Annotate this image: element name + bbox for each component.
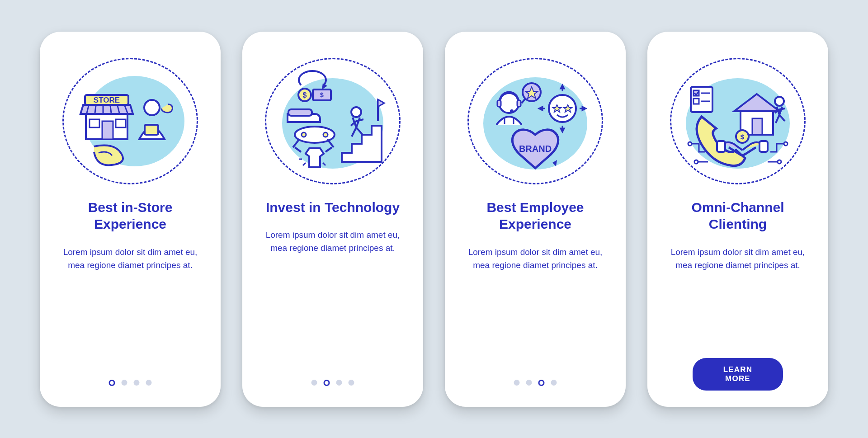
screen-description: Lorem ipsum dolor sit dim amet eu, mea r… (461, 245, 609, 272)
svg-point-64 (688, 142, 692, 146)
pager-dot[interactable] (134, 380, 140, 386)
pager-dots (109, 380, 152, 386)
svg-rect-61 (760, 141, 768, 152)
employee-experience-icon: BRAND (467, 58, 603, 184)
svg-line-4 (95, 106, 96, 113)
svg-rect-11 (90, 119, 99, 127)
svg-point-66 (694, 160, 698, 164)
onboarding-screen-1: STORE Best in-Store Experience Lorem ips… (40, 32, 221, 407)
svg-text:BRAND: BRAND (519, 144, 552, 154)
learn-more-button[interactable]: LEARN MORE (693, 358, 783, 391)
screen-description: Lorem ipsum dolor sit dim amet eu, mea r… (56, 245, 204, 272)
pager-dot[interactable] (146, 380, 152, 386)
svg-rect-14 (145, 125, 158, 135)
pager-dot[interactable] (336, 380, 342, 386)
svg-point-24 (323, 132, 328, 137)
svg-marker-27 (378, 99, 384, 107)
pager-dot[interactable] (526, 380, 532, 386)
svg-text:$: $ (320, 91, 324, 99)
pager-dot[interactable] (551, 380, 557, 386)
svg-marker-47 (582, 107, 586, 110)
svg-text:STORE: STORE (94, 96, 120, 104)
screen-title: Invest in Technology (261, 199, 404, 216)
screen-title: Omni-Channel Clienting (664, 199, 812, 233)
svg-point-65 (784, 142, 788, 146)
pager-dots (311, 380, 354, 386)
svg-rect-60 (717, 141, 725, 152)
svg-rect-21 (288, 109, 312, 116)
svg-rect-30 (497, 100, 501, 107)
svg-point-13 (144, 100, 160, 115)
pager-dot[interactable] (349, 380, 354, 386)
pager-dot[interactable] (122, 380, 127, 386)
pager-dot[interactable] (311, 380, 317, 386)
screen-title: Best in-Store Experience (56, 199, 204, 233)
screen-description: Lorem ipsum dolor sit dim amet eu, mea r… (259, 228, 407, 255)
invest-technology-icon: $ $ (265, 58, 401, 184)
screen-description: Lorem ipsum dolor sit dim amet eu, mea r… (664, 245, 812, 272)
pager-dot[interactable] (109, 380, 115, 386)
svg-point-32 (510, 109, 514, 113)
svg-point-67 (778, 160, 781, 164)
svg-line-6 (110, 106, 111, 113)
onboarding-screen-4: $ Omni-Channel Clienting Lorem ipsum dol… (647, 32, 828, 407)
svg-point-59 (775, 97, 784, 106)
pager-dot[interactable] (538, 380, 545, 386)
onboarding-screen-3: BRAND Best Employee Experience Lorem ips… (445, 32, 626, 407)
store-experience-icon: STORE (62, 58, 198, 184)
screen-title: Best Employee Experience (461, 199, 609, 233)
svg-rect-53 (693, 99, 699, 104)
svg-rect-10 (102, 121, 113, 139)
svg-text:$: $ (741, 133, 745, 141)
pager-dot[interactable] (514, 380, 520, 386)
svg-point-25 (351, 107, 361, 117)
svg-point-23 (302, 132, 306, 137)
svg-point-37 (549, 95, 576, 122)
svg-rect-12 (116, 119, 126, 127)
pager-dots (514, 380, 557, 386)
pager-dot[interactable] (324, 380, 330, 386)
svg-rect-58 (752, 118, 762, 135)
omni-channel-icon: $ (670, 58, 806, 184)
svg-rect-31 (517, 100, 521, 107)
onboarding-screen-2: $ $ Invest in Technology Lorem ipsum dol… (242, 32, 423, 407)
svg-text:$: $ (303, 91, 307, 99)
